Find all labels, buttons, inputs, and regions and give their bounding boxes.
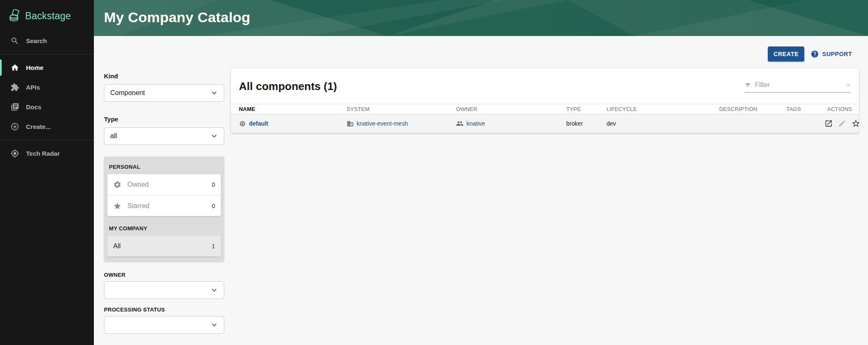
owner-group-icon [456, 120, 464, 127]
help-icon [811, 50, 819, 58]
cell-owner: knative [456, 120, 566, 127]
sidebar-item-tech-radar[interactable]: Tech Radar [0, 144, 94, 163]
filter-item-count: 1 [212, 243, 215, 250]
chevron-down-icon [210, 131, 219, 141]
column-header-description[interactable]: DESCRIPTION [719, 106, 786, 112]
docs-icon [10, 103, 19, 111]
radar-target-icon [10, 149, 19, 158]
filter-item-count: 0 [212, 181, 215, 188]
filter-list-icon [745, 81, 751, 89]
type-select-value: all [110, 132, 117, 140]
filter-item-count: 0 [212, 203, 215, 209]
type-label: Type [104, 116, 224, 123]
sidebar-item-docs[interactable]: Docs [0, 97, 94, 117]
edit-pencil-icon [838, 119, 846, 128]
support-button[interactable]: SUPPORT [811, 46, 852, 62]
owner-label: OWNER [104, 272, 224, 278]
owner-link[interactable]: knative [466, 120, 485, 127]
sidebar-item-label: Home [26, 64, 44, 71]
sidebar-item-label: Create... [26, 123, 51, 130]
sidebar-item-search[interactable]: Search [0, 31, 94, 51]
column-header-actions: ACTIONS [824, 106, 859, 112]
column-header-lifecycle[interactable]: LIFECYCLE [606, 106, 719, 112]
page-header: My Company Catalog [94, 0, 868, 36]
filter-item-starred[interactable]: Starred 0 [107, 195, 221, 216]
backstage-logo[interactable]: Backstage [0, 0, 94, 31]
entity-link[interactable]: default [249, 120, 268, 127]
filter-item-owned[interactable]: Owned 0 [107, 174, 221, 195]
filter-item-label: Owned [127, 181, 212, 188]
support-label: SUPPORT [822, 51, 852, 57]
column-header-system[interactable]: SYSTEM [347, 106, 456, 112]
cell-lifecycle: dev [606, 120, 719, 127]
page-title: My Company Catalog [104, 9, 250, 26]
create-button[interactable]: CREATE [768, 46, 804, 62]
personal-heading: PERSONAL [107, 160, 221, 174]
cell-system: knative-event-mesh [347, 120, 456, 127]
brand-name: Backstage [25, 10, 71, 22]
chevron-down-icon [210, 88, 219, 98]
sidebar-divider [0, 140, 94, 140]
gear-icon [113, 180, 122, 189]
sidebar-nav: Search Home APIs Docs Create... [0, 31, 94, 163]
star-button[interactable] [851, 119, 860, 128]
system-link[interactable]: knative-event-mesh [357, 120, 408, 127]
backstage-logo-icon [8, 9, 21, 23]
chevron-down-icon [210, 286, 219, 295]
sidebar-item-apis[interactable]: APIs [0, 77, 94, 97]
sidebar-item-home[interactable]: Home [0, 58, 94, 77]
filter-item-label: All [113, 242, 212, 250]
cell-name: default [239, 120, 347, 127]
cell-actions [824, 119, 866, 128]
sidebar-item-create[interactable]: Create... [0, 117, 94, 136]
system-building-icon [347, 120, 354, 127]
sidebar: Backstage Search Home APIs Docs [0, 0, 94, 345]
chevron-down-icon [210, 320, 219, 330]
entity-picker-card: PERSONAL Owned 0 Starred 0 [104, 157, 224, 262]
table-header-row: NAME SYSTEM OWNER TYPE LIFECYCLE DESCRIP… [231, 104, 859, 114]
table-filter-field [745, 81, 851, 93]
clear-filter-icon[interactable] [846, 81, 851, 89]
column-header-tags[interactable]: TAGS [786, 106, 824, 112]
edit-button[interactable] [838, 119, 846, 128]
column-header-owner[interactable]: OWNER [456, 106, 566, 112]
puzzle-icon [10, 83, 19, 92]
type-select[interactable]: all [104, 127, 224, 145]
personal-group: Owned 0 Starred 0 [107, 174, 221, 216]
components-table-card: All components (1) NAME SYSTEM OWNER TYP… [231, 68, 859, 133]
kind-label: Kind [104, 72, 224, 80]
table-filter-input[interactable] [755, 81, 842, 89]
cell-type: broker [566, 120, 606, 127]
component-chip-icon [239, 120, 246, 127]
column-header-type[interactable]: TYPE [566, 106, 606, 112]
search-icon [10, 36, 19, 45]
table-row: default knative-event-mesh knative broke… [231, 114, 859, 133]
kind-select[interactable]: Component [104, 84, 224, 102]
star-outline-icon [851, 119, 860, 128]
open-in-new-button[interactable] [824, 119, 833, 128]
filter-item-all[interactable]: All 1 [107, 236, 221, 257]
processing-status-select[interactable] [104, 316, 224, 334]
sidebar-item-label: APIs [26, 84, 40, 91]
sidebar-item-label: Search [26, 37, 47, 44]
open-in-new-icon [824, 119, 833, 128]
company-heading: MY COMPANY [107, 222, 221, 236]
owner-select[interactable] [104, 281, 224, 299]
sidebar-item-label: Tech Radar [26, 150, 60, 157]
star-icon [113, 202, 122, 210]
add-circle-icon [10, 122, 19, 131]
main-content: CREATE SUPPORT Kind Component Type all P… [94, 36, 868, 345]
sidebar-divider [0, 54, 94, 54]
kind-select-value: Component [110, 89, 145, 97]
filter-panel: Kind Component Type all PERSONAL Owned [104, 72, 224, 334]
processing-status-label: PROCESSING STATUS [104, 306, 224, 313]
filter-item-label: Starred [127, 202, 212, 210]
app-root: Backstage Search Home APIs Docs [0, 0, 868, 345]
column-header-name[interactable]: NAME [239, 106, 347, 112]
sidebar-item-label: Docs [26, 103, 41, 111]
home-icon [10, 63, 19, 72]
